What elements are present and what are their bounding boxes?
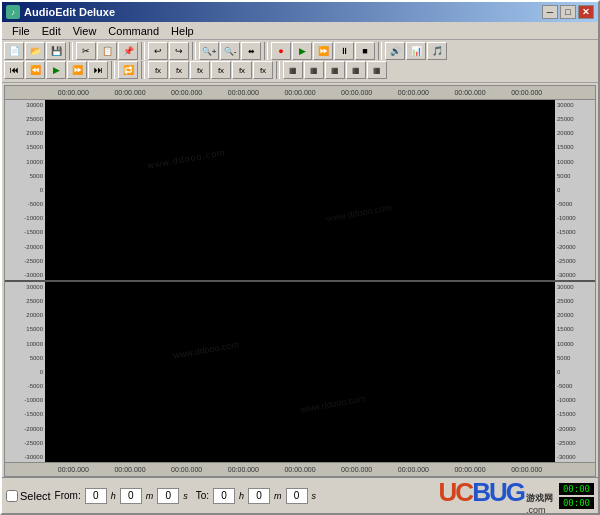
tb-mix3[interactable]: ▦ — [325, 61, 345, 79]
tb-to-end[interactable]: ⏭ — [88, 61, 108, 79]
y-axis-right-top: 30000 25000 20000 15000 10000 5000 0 -50… — [555, 100, 595, 280]
restore-button[interactable]: □ — [560, 5, 576, 19]
tb-fx4[interactable]: fx — [211, 61, 231, 79]
tick-b6: 00:00.000 — [385, 466, 442, 473]
menu-file[interactable]: File — [6, 24, 36, 38]
select-checkbox[interactable] — [6, 490, 18, 502]
waveform-track-2[interactable]: www.ddooo.com www.ddooo.com — [45, 282, 555, 462]
tick-5: 00:00.000 — [328, 89, 385, 96]
tb-paste[interactable]: 📌 — [118, 42, 138, 60]
tick-3: 00:00.000 — [215, 89, 272, 96]
logo-bug: BUG — [472, 477, 524, 507]
titlebar-left: ♪ AudioEdit Deluxe — [6, 5, 115, 19]
tb-copy[interactable]: 📋 — [97, 42, 117, 60]
tb-undo[interactable]: ↩ — [148, 42, 168, 60]
window-controls: ─ □ ✕ — [542, 5, 594, 19]
tb-spectrum[interactable]: 📊 — [406, 42, 426, 60]
tb-save[interactable]: 💾 — [46, 42, 66, 60]
to-m-input[interactable] — [248, 488, 270, 504]
tb-zoom-fit[interactable]: ⬌ — [241, 42, 261, 60]
tb-sep3 — [192, 42, 196, 60]
tb-play[interactable]: ▶ — [292, 42, 312, 60]
tb-sep8 — [276, 61, 280, 79]
y-axis-left-top: 30000 25000 20000 15000 10000 5000 0 -50… — [5, 100, 45, 280]
close-button[interactable]: ✕ — [578, 5, 594, 19]
minimize-button[interactable]: ─ — [542, 5, 558, 19]
tb-fx6[interactable]: fx — [253, 61, 273, 79]
to-s-input[interactable] — [286, 488, 308, 504]
to-s-label: s — [312, 491, 317, 501]
from-s-input[interactable] — [157, 488, 179, 504]
tb-volume[interactable]: 🔊 — [385, 42, 405, 60]
tb-fx5[interactable]: fx — [232, 61, 252, 79]
waveform-track-1[interactable]: www.ddooo.com www.ddooo.com — [45, 100, 555, 280]
y-axis-left-bottom: 30000 25000 20000 15000 10000 5000 0 -50… — [5, 282, 45, 462]
watermark-3: www.ddooo.com — [172, 339, 239, 360]
tb-loop[interactable]: 🔁 — [118, 61, 138, 79]
tb-new[interactable]: 📄 — [4, 42, 24, 60]
tb-to-start[interactable]: ⏮ — [4, 61, 24, 79]
tb-zoom-in[interactable]: 🔍+ — [199, 42, 219, 60]
menu-help[interactable]: Help — [165, 24, 200, 38]
from-s-label: s — [183, 491, 188, 501]
watermark-4: www.ddooo.com — [300, 393, 367, 414]
titlebar: ♪ AudioEdit Deluxe ─ □ ✕ — [2, 2, 598, 22]
tick-b3: 00:00.000 — [215, 466, 272, 473]
time-display-2: 00:00 — [559, 497, 594, 509]
tb-play2[interactable]: ▶ — [46, 61, 66, 79]
tb-sep6 — [111, 61, 115, 79]
tb-ff[interactable]: ⏩ — [67, 61, 87, 79]
logo-area: UCBUG 游戏网 .com 00:00 00:00 — [439, 477, 594, 515]
time-displays: 00:00 00:00 — [559, 483, 594, 509]
tb-sep1 — [69, 42, 73, 60]
toolbar-area: 📄 📂 💾 ✂ 📋 📌 ↩ ↪ 🔍+ 🔍- ⬌ ● ▶ ⏩ ⏸ ■ 🔊 📊 🎵 — [2, 40, 598, 83]
main-window: ♪ AudioEdit Deluxe ─ □ ✕ File Edit View … — [0, 0, 600, 515]
tick-0: 00:00.000 — [45, 89, 102, 96]
tb-mix2[interactable]: ▦ — [304, 61, 324, 79]
from-m-input[interactable] — [120, 488, 142, 504]
tb-rewind[interactable]: ⏪ — [25, 61, 45, 79]
ucbug-logo: UCBUG 游戏网 .com — [439, 477, 553, 515]
menu-view[interactable]: View — [67, 24, 103, 38]
tb-fx2[interactable]: fx — [169, 61, 189, 79]
tick-b7: 00:00.000 — [442, 466, 499, 473]
menu-command[interactable]: Command — [102, 24, 165, 38]
from-label: From: — [55, 490, 81, 501]
tick-7: 00:00.000 — [442, 89, 499, 96]
tb-zoom-out[interactable]: 🔍- — [220, 42, 240, 60]
logo-uc: UC — [439, 477, 473, 507]
tb-eq[interactable]: 🎵 — [427, 42, 447, 60]
from-h-label: h — [111, 491, 116, 501]
tb-open[interactable]: 📂 — [25, 42, 45, 60]
tb-record[interactable]: ● — [271, 42, 291, 60]
tick-b4: 00:00.000 — [272, 466, 329, 473]
tb-mix1[interactable]: ▦ — [283, 61, 303, 79]
y-axis-right-bottom: 30000 25000 20000 15000 10000 5000 0 -50… — [555, 282, 595, 462]
time-display-1: 00:00 — [559, 483, 594, 495]
tb-mix5[interactable]: ▦ — [367, 61, 387, 79]
time-display-row-2: 00:00 — [559, 497, 594, 509]
tb-fx1[interactable]: fx — [148, 61, 168, 79]
select-group: Select — [6, 490, 51, 502]
tb-pause[interactable]: ⏸ — [334, 42, 354, 60]
watermark-1: www.ddooo.com — [147, 147, 227, 171]
tick-b8: 00:00.000 — [498, 466, 555, 473]
tb-stop[interactable]: ■ — [355, 42, 375, 60]
tick-8: 00:00.000 — [498, 89, 555, 96]
tb-cut[interactable]: ✂ — [76, 42, 96, 60]
menu-edit[interactable]: Edit — [36, 24, 67, 38]
tick-b5: 00:00.000 — [328, 466, 385, 473]
tick-2: 00:00.000 — [158, 89, 215, 96]
select-label: Select — [20, 490, 51, 502]
tb-fx3[interactable]: fx — [190, 61, 210, 79]
tb-fastforward[interactable]: ⏩ — [313, 42, 333, 60]
from-m-label: m — [146, 491, 154, 501]
from-h-input[interactable] — [85, 488, 107, 504]
tb-mix4[interactable]: ▦ — [346, 61, 366, 79]
tb-redo[interactable]: ↪ — [169, 42, 189, 60]
to-h-input[interactable] — [213, 488, 235, 504]
to-label: To: — [196, 490, 209, 501]
tb-sep7 — [141, 61, 145, 79]
tb-sep4 — [264, 42, 268, 60]
tick-4: 00:00.000 — [272, 89, 329, 96]
